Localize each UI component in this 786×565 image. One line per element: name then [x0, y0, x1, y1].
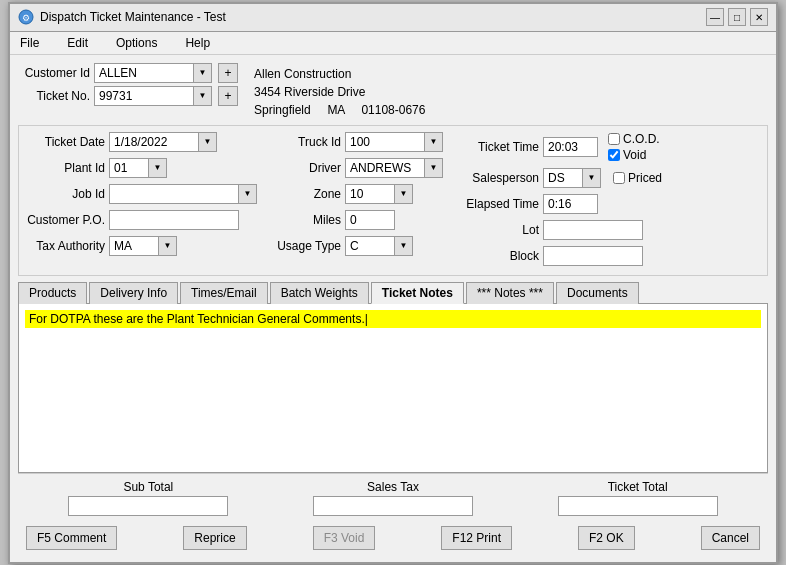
- priced-checkbox-section: Priced: [613, 171, 662, 185]
- title-bar: ⚙ Dispatch Ticket Maintenance - Test — □…: [10, 4, 776, 32]
- zone-dropdown[interactable]: ▼: [395, 184, 413, 204]
- right-form-column: Ticket Time C.O.D. Void: [459, 132, 662, 269]
- usage-type-input[interactable]: [345, 236, 395, 256]
- ticket-no-input-group: ▼: [94, 86, 212, 106]
- ticket-no-input[interactable]: [94, 86, 194, 106]
- ticket-total-value[interactable]: [558, 496, 718, 516]
- app-icon: ⚙: [18, 9, 34, 25]
- elapsed-time-input[interactable]: [543, 194, 598, 214]
- cod-void-checkboxes: C.O.D. Void: [608, 132, 660, 162]
- customer-id-dropdown[interactable]: ▼: [194, 63, 212, 83]
- menu-help[interactable]: Help: [179, 34, 216, 52]
- tab-ticket-notes[interactable]: Ticket Notes: [371, 282, 464, 304]
- plant-id-input[interactable]: [109, 158, 149, 178]
- usage-type-label: Usage Type: [273, 239, 341, 253]
- menu-bar: File Edit Options Help: [10, 32, 776, 55]
- maximize-button[interactable]: □: [728, 8, 746, 26]
- job-id-input[interactable]: [109, 184, 239, 204]
- priced-checkbox-label[interactable]: Priced: [613, 171, 662, 185]
- truck-id-label: Truck Id: [273, 135, 341, 149]
- job-id-label: Job Id: [27, 187, 105, 201]
- ticket-time-input[interactable]: [543, 137, 598, 157]
- title-controls: — □ ✕: [706, 8, 768, 26]
- close-button[interactable]: ✕: [750, 8, 768, 26]
- ticket-date-input[interactable]: [109, 132, 199, 152]
- block-input[interactable]: [543, 246, 643, 266]
- plant-id-dropdown[interactable]: ▼: [149, 158, 167, 178]
- tab-batch-weights[interactable]: Batch Weights: [270, 282, 369, 304]
- zone-label: Zone: [273, 187, 341, 201]
- tax-authority-dropdown[interactable]: ▼: [159, 236, 177, 256]
- minimize-button[interactable]: —: [706, 8, 724, 26]
- truck-id-input[interactable]: [345, 132, 425, 152]
- comment-button[interactable]: F5 Comment: [26, 526, 117, 550]
- sales-tax-value[interactable]: [313, 496, 473, 516]
- customer-id-input-group: ▼: [94, 63, 212, 83]
- address-city-state-zip: Springfield MA 01108-0676: [254, 101, 768, 119]
- sales-tax-label: Sales Tax: [367, 480, 419, 494]
- zone-input[interactable]: [345, 184, 395, 204]
- salesperson-dropdown[interactable]: ▼: [583, 168, 601, 188]
- miles-input[interactable]: [345, 210, 395, 230]
- sales-tax-section: Sales Tax: [313, 480, 473, 516]
- customer-id-input[interactable]: [94, 63, 194, 83]
- ticket-no-plus[interactable]: +: [218, 86, 238, 106]
- title-bar-left: ⚙ Dispatch Ticket Maintenance - Test: [18, 9, 226, 25]
- customer-po-input[interactable]: [109, 210, 239, 230]
- ticket-date-dropdown[interactable]: ▼: [199, 132, 217, 152]
- driver-input[interactable]: [345, 158, 425, 178]
- elapsed-time-label: Elapsed Time: [459, 197, 539, 211]
- salesperson-input[interactable]: [543, 168, 583, 188]
- tax-authority-label: Tax Authority: [27, 239, 105, 253]
- ticket-no-dropdown[interactable]: ▼: [194, 86, 212, 106]
- ticket-total-label: Ticket Total: [608, 480, 668, 494]
- address-line1: Allen Construction: [254, 65, 768, 83]
- footer-buttons: F5 Comment Reprice F3 Void F12 Print F2 …: [18, 522, 768, 554]
- lot-input[interactable]: [543, 220, 643, 240]
- driver-dropdown[interactable]: ▼: [425, 158, 443, 178]
- sub-total-value[interactable]: [68, 496, 228, 516]
- ticket-notes-content[interactable]: For DOTPA these are the Plant Technician…: [25, 310, 761, 328]
- tab-content-area: For DOTPA these are the Plant Technician…: [18, 303, 768, 473]
- lot-label: Lot: [459, 223, 539, 237]
- cod-checkbox[interactable]: [608, 133, 620, 145]
- window-title: Dispatch Ticket Maintenance - Test: [40, 10, 226, 24]
- cod-checkbox-label[interactable]: C.O.D.: [608, 132, 660, 146]
- cancel-button[interactable]: Cancel: [701, 526, 760, 550]
- menu-options[interactable]: Options: [110, 34, 163, 52]
- priced-label: Priced: [628, 171, 662, 185]
- menu-file[interactable]: File: [14, 34, 45, 52]
- print-button[interactable]: F12 Print: [441, 526, 512, 550]
- sub-total-section: Sub Total: [68, 480, 228, 516]
- middle-form-column: Truck Id ▼ Driver ▼ Zo: [273, 132, 443, 259]
- miles-label: Miles: [273, 213, 341, 227]
- usage-type-dropdown[interactable]: ▼: [395, 236, 413, 256]
- ticket-total-section: Ticket Total: [558, 480, 718, 516]
- job-id-dropdown[interactable]: ▼: [239, 184, 257, 204]
- menu-edit[interactable]: Edit: [61, 34, 94, 52]
- tab-delivery-info[interactable]: Delivery Info: [89, 282, 178, 304]
- ticket-date-label: Ticket Date: [27, 135, 105, 149]
- tax-authority-input[interactable]: [109, 236, 159, 256]
- void-button[interactable]: F3 Void: [313, 526, 376, 550]
- cod-label: C.O.D.: [623, 132, 660, 146]
- main-content: Customer Id ▼ + Ticket No. ▼ +: [10, 55, 776, 562]
- priced-checkbox[interactable]: [613, 172, 625, 184]
- void-checkbox-label[interactable]: Void: [608, 148, 660, 162]
- truck-id-dropdown[interactable]: ▼: [425, 132, 443, 152]
- ticket-no-row: Ticket No. ▼ +: [18, 86, 238, 106]
- driver-label: Driver: [273, 161, 341, 175]
- reprice-button[interactable]: Reprice: [183, 526, 246, 550]
- tab-times-email[interactable]: Times/Email: [180, 282, 268, 304]
- tab-documents[interactable]: Documents: [556, 282, 639, 304]
- ok-button[interactable]: F2 OK: [578, 526, 635, 550]
- void-checkbox[interactable]: [608, 149, 620, 161]
- salesperson-label: Salesperson: [459, 171, 539, 185]
- tab-notes[interactable]: *** Notes ***: [466, 282, 554, 304]
- address-section: Allen Construction 3454 Riverside Drive …: [254, 63, 768, 119]
- tab-products[interactable]: Products: [18, 282, 87, 304]
- customer-id-label: Customer Id: [18, 66, 90, 80]
- customer-id-plus[interactable]: +: [218, 63, 238, 83]
- customer-po-label: Customer P.O.: [27, 213, 105, 227]
- block-label: Block: [459, 249, 539, 263]
